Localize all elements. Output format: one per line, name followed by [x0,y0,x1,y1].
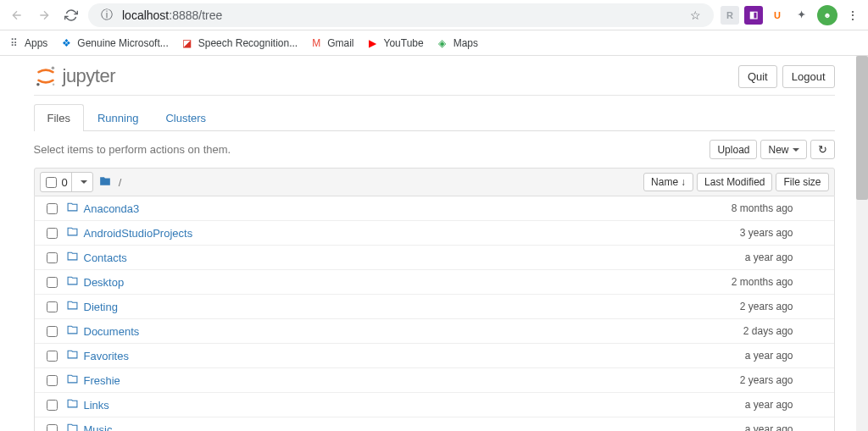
hint-text: Select items to perform actions on them. [34,143,231,156]
url-path: :8888/tree [169,8,222,22]
bookmark-label: Genuine Microsoft... [77,37,168,49]
file-checkbox[interactable] [47,252,58,263]
bookmark-item-3[interactable]: MGmail [309,36,353,50]
refresh-icon: ↻ [818,143,827,156]
file-checkbox[interactable] [47,351,58,362]
tabs: FilesRunningClusters [34,104,835,131]
jupyter-logo-text: jupyter [63,65,116,87]
file-row: AndroidStudioProjects3 years ago [35,221,834,246]
size-column-button[interactable]: File size [776,173,828,191]
file-modified: 8 months ago [732,202,827,214]
file-checkbox[interactable] [47,203,58,214]
caret-down-icon [793,148,799,152]
tab-files[interactable]: Files [34,104,84,131]
scrollbar[interactable] [856,56,868,431]
svg-point-1 [36,83,40,86]
kebab-menu-icon[interactable]: ⋮ [844,7,861,24]
folder-home-icon[interactable] [98,175,112,190]
modified-column-button[interactable]: Last Modified [697,173,772,191]
file-checkbox[interactable] [47,424,58,432]
star-icon[interactable]: ☆ [687,7,704,24]
file-name-link[interactable]: Dieting [84,301,118,313]
file-modified: a year ago [745,350,827,362]
bookmark-item-1[interactable]: ❖Genuine Microsoft... [59,36,168,50]
jupyter-logo[interactable]: jupyter [34,64,116,88]
file-name-link[interactable]: Documents [84,325,140,338]
bookmark-icon: ◈ [436,36,449,50]
file-checkbox[interactable] [47,400,58,411]
file-name-link[interactable]: Anaconda3 [84,202,140,215]
scrollbar-thumb[interactable] [856,56,868,200]
bookmark-label: Speech Recognition... [198,37,298,49]
file-name-link[interactable]: Freshie [84,374,120,387]
select-all-checkbox[interactable] [46,177,57,188]
back-button[interactable] [7,5,27,25]
svg-point-0 [51,66,54,69]
bookmark-label: Maps [453,37,478,49]
file-modified: 2 years ago [740,374,827,386]
file-row: Contactsa year ago [35,246,834,270]
file-row: Linksa year ago [35,393,834,417]
quit-button[interactable]: Quit [738,65,777,88]
bookmark-item-0[interactable]: ⠿Apps [7,36,47,50]
file-list: Anaconda38 months agoAndroidStudioProjec… [34,196,835,431]
folder-icon [66,226,79,240]
file-checkbox[interactable] [47,228,58,239]
name-column-button[interactable]: Name↓ [643,173,693,191]
jupyter-header: jupyter Quit Logout [34,56,835,96]
file-name-link[interactable]: Favorites [84,350,129,362]
url-host: localhost [122,8,169,22]
jupyter-logo-icon [34,64,58,88]
select-all-group: 0 [40,172,93,192]
file-modified: a year ago [745,399,827,411]
logout-button[interactable]: Logout [782,65,835,88]
file-row: Anaconda38 months ago [35,196,834,221]
file-modified: 3 years ago [740,227,827,239]
new-button[interactable]: New [760,140,806,159]
bookmark-icon: ❖ [59,36,73,50]
file-modified: 2 days ago [743,325,827,337]
bookmark-item-5[interactable]: ◈Maps [436,36,478,50]
file-name-link[interactable]: Contacts [84,251,127,264]
browser-chrome: ⓘ localhost:8888/tree ☆ R◧U✦ ☻ ⋮ [0,0,868,30]
file-row: Documents2 days ago [35,319,834,344]
reload-button[interactable] [61,5,81,25]
file-checkbox[interactable] [47,375,58,386]
file-modified: 2 months ago [732,276,827,288]
breadcrumb-separator: / [119,176,122,189]
file-name-link[interactable]: AndroidStudioProjects [84,227,193,240]
file-name-link[interactable]: Music [84,423,113,432]
info-icon[interactable]: ⓘ [98,7,115,24]
list-header: 0 / Name↓ Last Modified File size [34,168,835,196]
name-column-label: Name [651,176,678,188]
file-checkbox[interactable] [47,301,58,312]
extension-icon-3[interactable]: ✦ [792,6,810,25]
file-modified: 2 years ago [740,301,827,312]
tab-running[interactable]: Running [84,104,152,131]
extension-icon-2[interactable]: U [768,6,787,25]
refresh-button[interactable]: ↻ [810,140,835,159]
select-dropdown[interactable] [71,173,92,191]
file-modified: a year ago [745,423,827,431]
profile-avatar[interactable]: ☻ [817,5,837,25]
address-bar[interactable]: ⓘ localhost:8888/tree ☆ [88,3,714,27]
file-name-link[interactable]: Links [84,399,109,412]
bookmark-item-4[interactable]: ▶YouTube [366,36,424,50]
forward-button[interactable] [34,5,54,25]
file-checkbox[interactable] [47,326,58,337]
bookmark-icon: ⠿ [7,36,20,50]
file-checkbox[interactable] [47,277,58,288]
bookmark-icon: M [309,36,323,50]
file-name-link[interactable]: Desktop [84,276,125,289]
folder-icon [66,251,79,264]
extension-icon-1[interactable]: ◧ [744,6,763,25]
upload-button[interactable]: Upload [709,140,757,159]
folder-icon [66,202,79,215]
folder-icon [66,398,79,412]
toolbar-row: Select items to perform actions on them.… [34,131,835,168]
bookmark-item-2[interactable]: ◪Speech Recognition... [181,36,298,50]
folder-icon [66,324,79,338]
bookmark-icon: ◪ [181,36,194,50]
extension-icon-0[interactable]: R [721,6,739,25]
tab-clusters[interactable]: Clusters [152,104,220,131]
